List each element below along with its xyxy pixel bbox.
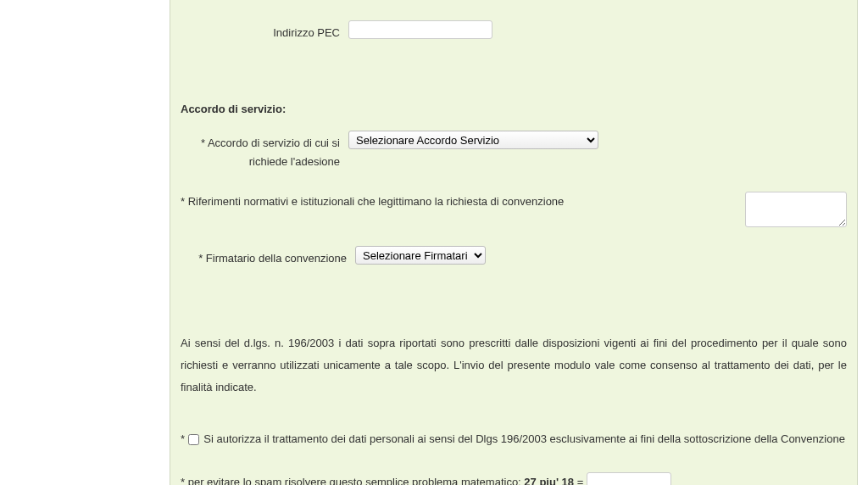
riferimenti-textarea[interactable]: [745, 192, 847, 227]
firmatario-select[interactable]: Selezionare Firmatario: [355, 246, 486, 265]
riferimenti-label: * Riferimenti normativi e istituzionali …: [181, 192, 564, 208]
captcha-prefix: * per evitare lo spam risolvere questo s…: [181, 476, 524, 485]
privacy-checkbox-label: Si autorizza il trattamento dei dati per…: [203, 432, 845, 445]
form-panel: Indirizzo PEC Accordo di servizio: * Acc…: [170, 0, 858, 485]
accordo-section-title: Accordo di servizio:: [181, 103, 849, 115]
checkbox-prefix: *: [181, 432, 188, 445]
accordo-select[interactable]: Selezionare Accordo Servizio: [348, 131, 598, 149]
captcha-equals: =: [574, 476, 587, 485]
firmatario-label: * Firmatario della convenzione: [179, 246, 355, 268]
captcha-question: 27 piu' 18: [524, 476, 574, 485]
accordo-label: * Accordo di servizio di cui si richiede…: [179, 131, 348, 171]
privacy-notice: Ai sensi del d.lgs. n. 196/2003 i dati s…: [181, 332, 847, 399]
pec-input[interactable]: [348, 20, 492, 39]
pec-label: Indirizzo PEC: [179, 20, 348, 42]
privacy-checkbox[interactable]: [188, 434, 199, 445]
captcha-input[interactable]: [587, 472, 671, 485]
